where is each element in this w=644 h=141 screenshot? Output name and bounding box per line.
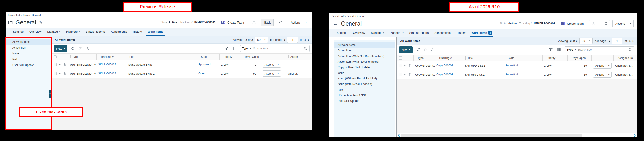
- column-drag-handle[interactable]: [263, 55, 264, 59]
- state-link[interactable]: Submitted: [505, 64, 518, 67]
- state-link[interactable]: Submitted: [505, 73, 518, 76]
- column-header-state[interactable]: State: [201, 55, 208, 58]
- tab[interactable]: Overview: [29, 28, 42, 36]
- column-header-priority[interactable]: Priority: [224, 55, 232, 58]
- row-checkbox[interactable]: [54, 63, 57, 66]
- column-header-title[interactable]: Title: [468, 56, 473, 60]
- tracking-link[interactable]: Copy-000002: [436, 64, 453, 67]
- tab[interactable]: History: [133, 28, 142, 36]
- column-drag-handle[interactable]: [242, 55, 244, 59]
- export-button[interactable]: [250, 19, 258, 26]
- column-header-state[interactable]: State: [508, 56, 514, 60]
- column-drag-handle[interactable]: [415, 56, 416, 60]
- share-button[interactable]: [276, 19, 285, 26]
- column-drag-handle[interactable]: [98, 55, 99, 59]
- column-header-title[interactable]: Title: [129, 55, 134, 58]
- sidebar-item[interactable]: User Skill Update: [6, 62, 52, 68]
- actions-button[interactable]: Actions: [612, 20, 628, 27]
- new-button[interactable]: New▾: [54, 45, 67, 52]
- next-page-button[interactable]: ▶: [632, 40, 634, 42]
- row-actions-caret-icon[interactable]: ▼: [606, 72, 611, 78]
- share-button[interactable]: [601, 20, 610, 27]
- column-header-type[interactable]: Type: [418, 56, 424, 60]
- column-drag-handle[interactable]: [70, 55, 71, 59]
- delete-row-icon[interactable]: [63, 63, 66, 66]
- column-header-days-open[interactable]: Days Open: [245, 55, 259, 58]
- state-link[interactable]: Approved: [198, 63, 210, 66]
- tab[interactable]: Manage▾: [371, 29, 384, 37]
- row-actions-button[interactable]: Actions▼: [593, 72, 612, 78]
- next-page-button[interactable]: ▶: [308, 39, 310, 41]
- column-header-assigned-to[interactable]: Assigned To: [618, 56, 633, 60]
- column-header-days-open[interactable]: Days Open: [572, 56, 586, 60]
- column-header-type[interactable]: Type: [72, 55, 78, 58]
- row-actions-caret-icon[interactable]: ▼: [606, 63, 611, 68]
- expand-row-icon[interactable]: [404, 65, 406, 66]
- export-list-button[interactable]: [85, 46, 90, 50]
- horizontal-scrollbar[interactable]: ❮ ❯: [397, 133, 637, 137]
- row-actions-caret-icon[interactable]: ▼: [276, 62, 281, 67]
- expand-row-icon[interactable]: [59, 73, 61, 74]
- tab[interactable]: Work Items: [148, 28, 163, 36]
- column-drag-handle[interactable]: [570, 56, 570, 60]
- sidebar-item[interactable]: Risk: [334, 87, 395, 93]
- tab[interactable]: Attachments: [434, 29, 451, 37]
- column-drag-handle[interactable]: [506, 56, 506, 60]
- prev-page-button[interactable]: ◀: [608, 40, 610, 42]
- sidebar-item[interactable]: All Work Items: [334, 42, 395, 48]
- page-size-select[interactable]: 50▼: [580, 38, 592, 44]
- column-header-tracking[interactable]: Tracking #: [100, 55, 114, 58]
- new-button[interactable]: New▾: [399, 46, 412, 53]
- row-actions-button[interactable]: Actions▼: [262, 62, 281, 68]
- column-header-priority[interactable]: Priority: [546, 56, 555, 60]
- search-field-selector[interactable]: Type: [242, 47, 248, 50]
- sidebar-item[interactable]: Issue: [334, 70, 395, 76]
- tab[interactable]: Settings: [337, 29, 347, 37]
- sidebar-item[interactable]: Issue: [6, 50, 52, 56]
- tab[interactable]: Planners▾: [390, 29, 404, 37]
- scrollbar-track[interactable]: [401, 134, 633, 136]
- expand-row-icon[interactable]: [59, 64, 61, 65]
- page-number-input[interactable]: [612, 38, 622, 44]
- back-arrow-icon[interactable]: ←: [333, 20, 338, 27]
- scroll-right-icon[interactable]: ❯: [633, 134, 637, 137]
- search-icon[interactable]: [628, 48, 632, 52]
- row-checkbox[interactable]: [399, 73, 402, 76]
- breadcrumb[interactable]: Project List > Project: General: [329, 14, 637, 18]
- create-team-button[interactable]: T Create Team: [558, 20, 586, 27]
- sidebar-item[interactable]: UDF Action Item 1 SS1: [334, 93, 395, 98]
- tab[interactable]: Work Items3: [471, 29, 492, 37]
- row-actions-caret-icon[interactable]: ▼: [276, 71, 281, 76]
- create-team-button[interactable]: T Create Team: [218, 19, 247, 26]
- state-link[interactable]: Open: [198, 72, 206, 75]
- column-drag-handle[interactable]: [594, 56, 594, 60]
- refresh-button[interactable]: [416, 48, 420, 52]
- export-list-button[interactable]: [431, 48, 435, 52]
- refresh-button[interactable]: [71, 46, 75, 50]
- sidebar-item[interactable]: Copy of User Skill Update: [334, 65, 395, 70]
- sidebar-item[interactable]: Action Item (With Out Recall enabled): [334, 54, 395, 59]
- prev-page-button[interactable]: ◀: [284, 39, 285, 41]
- page-number-input[interactable]: [287, 37, 298, 43]
- sidebar-item[interactable]: Action Item (With Recall enabled): [334, 59, 395, 65]
- tracking-link[interactable]: SKILL-000002: [98, 63, 116, 66]
- search-input[interactable]: [253, 47, 302, 50]
- delete-button[interactable]: [424, 48, 427, 52]
- column-drag-handle[interactable]: [199, 55, 200, 59]
- delete-button[interactable]: [78, 47, 82, 50]
- tab[interactable]: Status Reports: [86, 28, 105, 36]
- row-actions-button[interactable]: Actions▼: [593, 63, 612, 69]
- delete-row-icon[interactable]: [63, 72, 66, 76]
- column-header-assigned-to[interactable]: Assigned To: [290, 55, 298, 58]
- sidebar-item[interactable]: Issue (With Recall Enabled): [334, 82, 395, 87]
- sidebar-item[interactable]: User Skill Update: [334, 98, 395, 104]
- tab[interactable]: Overview: [353, 29, 365, 37]
- select-all-checkbox[interactable]: [54, 55, 57, 58]
- sidebar-collapse-handle[interactable]: ◀: [49, 90, 51, 98]
- column-drag-handle[interactable]: [221, 55, 222, 59]
- column-drag-handle[interactable]: [127, 55, 128, 59]
- tab[interactable]: Planners▾: [66, 28, 80, 36]
- filter-button[interactable]: [224, 46, 228, 50]
- delete-row-icon[interactable]: [408, 73, 412, 76]
- sidebar-item[interactable]: Risk: [6, 56, 52, 62]
